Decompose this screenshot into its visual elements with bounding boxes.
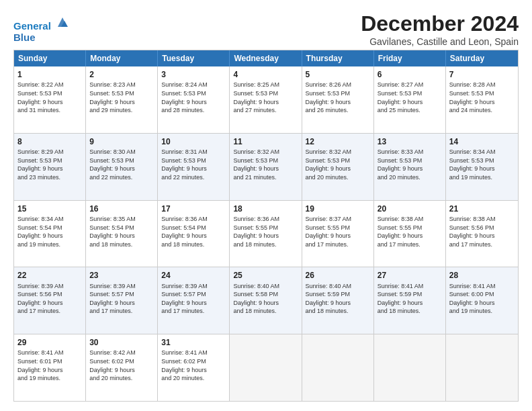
day-number: 15	[17, 203, 82, 214]
day-number: 21	[449, 203, 515, 214]
calendar-day-30: 30Sunrise: 8:42 AM Sunset: 6:02 PM Dayli…	[86, 334, 158, 401]
calendar-day-13: 13Sunrise: 8:33 AM Sunset: 5:53 PM Dayli…	[374, 134, 446, 200]
day-info: Sunrise: 8:36 AM Sunset: 5:55 PM Dayligh…	[233, 215, 298, 248]
day-number: 19	[306, 203, 370, 214]
calendar-day-12: 12Sunrise: 8:32 AM Sunset: 5:53 PM Dayli…	[302, 134, 374, 200]
day-number: 23	[89, 270, 154, 281]
day-number: 2	[89, 69, 154, 80]
header-day-tuesday: Tuesday	[158, 50, 230, 66]
calendar-week-4: 22Sunrise: 8:39 AM Sunset: 5:56 PM Dayli…	[14, 267, 518, 334]
calendar-day-11: 11Sunrise: 8:32 AM Sunset: 5:53 PM Dayli…	[230, 134, 302, 200]
header-day-monday: Monday	[86, 50, 158, 66]
calendar-week-5: 29Sunrise: 8:41 AM Sunset: 6:01 PM Dayli…	[14, 334, 518, 401]
calendar-day-14: 14Sunrise: 8:34 AM Sunset: 5:53 PM Dayli…	[446, 134, 518, 200]
calendar-day-1: 1Sunrise: 8:22 AM Sunset: 5:53 PM Daylig…	[14, 66, 86, 133]
calendar-day-2: 2Sunrise: 8:23 AM Sunset: 5:53 PM Daylig…	[86, 66, 158, 133]
day-info: Sunrise: 8:24 AM Sunset: 5:53 PM Dayligh…	[161, 81, 226, 114]
day-number: 1	[17, 69, 82, 80]
calendar-day-9: 9Sunrise: 8:30 AM Sunset: 5:53 PM Daylig…	[86, 134, 158, 200]
day-number: 13	[378, 136, 442, 147]
calendar-day-10: 10Sunrise: 8:31 AM Sunset: 5:53 PM Dayli…	[158, 134, 230, 200]
main-title: December 2024	[361, 12, 519, 36]
calendar-day-24: 24Sunrise: 8:39 AM Sunset: 5:57 PM Dayli…	[158, 267, 230, 334]
day-info: Sunrise: 8:39 AM Sunset: 5:56 PM Dayligh…	[17, 282, 82, 316]
calendar-day-empty	[302, 334, 374, 401]
day-info: Sunrise: 8:27 AM Sunset: 5:53 PM Dayligh…	[378, 81, 442, 114]
day-number: 20	[378, 203, 442, 214]
day-number: 26	[306, 270, 370, 281]
page: General Blue December 2024 Gavilanes, Ca…	[0, 0, 532, 411]
calendar-day-22: 22Sunrise: 8:39 AM Sunset: 5:56 PM Dayli…	[14, 267, 86, 334]
day-info: Sunrise: 8:32 AM Sunset: 5:53 PM Dayligh…	[233, 148, 298, 181]
calendar: SundayMondayTuesdayWednesdayThursdayFrid…	[13, 50, 519, 402]
calendar-day-26: 26Sunrise: 8:40 AM Sunset: 5:59 PM Dayli…	[302, 267, 374, 334]
calendar-day-25: 25Sunrise: 8:40 AM Sunset: 5:58 PM Dayli…	[230, 267, 302, 334]
day-info: Sunrise: 8:25 AM Sunset: 5:53 PM Dayligh…	[233, 81, 298, 114]
day-info: Sunrise: 8:41 AM Sunset: 5:59 PM Dayligh…	[378, 282, 442, 316]
calendar-day-7: 7Sunrise: 8:28 AM Sunset: 5:53 PM Daylig…	[446, 66, 518, 133]
calendar-day-3: 3Sunrise: 8:24 AM Sunset: 5:53 PM Daylig…	[158, 66, 230, 133]
title-block: December 2024 Gavilanes, Castille and Le…	[361, 12, 519, 47]
calendar-day-16: 16Sunrise: 8:35 AM Sunset: 5:54 PM Dayli…	[86, 201, 158, 267]
day-info: Sunrise: 8:30 AM Sunset: 5:53 PM Dayligh…	[89, 148, 154, 181]
calendar-day-5: 5Sunrise: 8:26 AM Sunset: 5:53 PM Daylig…	[302, 66, 374, 133]
day-number: 3	[161, 69, 226, 80]
day-number: 4	[233, 69, 298, 80]
day-number: 28	[449, 270, 515, 281]
day-number: 12	[306, 136, 370, 147]
day-info: Sunrise: 8:40 AM Sunset: 5:59 PM Dayligh…	[306, 282, 370, 316]
day-info: Sunrise: 8:39 AM Sunset: 5:57 PM Dayligh…	[89, 282, 154, 316]
day-info: Sunrise: 8:36 AM Sunset: 5:54 PM Dayligh…	[161, 215, 226, 248]
day-number: 27	[378, 270, 442, 281]
day-info: Sunrise: 8:31 AM Sunset: 5:53 PM Dayligh…	[161, 148, 226, 181]
day-info: Sunrise: 8:23 AM Sunset: 5:53 PM Dayligh…	[89, 81, 154, 114]
calendar-day-31: 31Sunrise: 8:41 AM Sunset: 6:02 PM Dayli…	[158, 334, 230, 401]
day-number: 18	[233, 203, 298, 214]
day-info: Sunrise: 8:34 AM Sunset: 5:53 PM Dayligh…	[449, 148, 515, 181]
day-number: 5	[306, 69, 370, 80]
day-number: 31	[161, 337, 226, 348]
day-info: Sunrise: 8:38 AM Sunset: 5:55 PM Dayligh…	[378, 215, 442, 248]
day-info: Sunrise: 8:38 AM Sunset: 5:56 PM Dayligh…	[449, 215, 515, 248]
logo-icon	[55, 15, 70, 30]
day-number: 7	[449, 69, 515, 80]
day-info: Sunrise: 8:42 AM Sunset: 6:02 PM Dayligh…	[89, 349, 154, 382]
calendar-day-6: 6Sunrise: 8:27 AM Sunset: 5:53 PM Daylig…	[374, 66, 446, 133]
header-day-saturday: Saturday	[446, 50, 518, 66]
day-number: 6	[378, 69, 442, 80]
calendar-day-empty	[374, 334, 446, 401]
day-number: 11	[233, 136, 298, 147]
logo-text: General	[13, 15, 70, 32]
subtitle: Gavilanes, Castille and Leon, Spain	[361, 36, 519, 47]
day-info: Sunrise: 8:39 AM Sunset: 5:57 PM Dayligh…	[161, 282, 226, 316]
calendar-day-4: 4Sunrise: 8:25 AM Sunset: 5:53 PM Daylig…	[230, 66, 302, 133]
day-info: Sunrise: 8:33 AM Sunset: 5:53 PM Dayligh…	[378, 148, 442, 181]
day-info: Sunrise: 8:40 AM Sunset: 5:58 PM Dayligh…	[233, 282, 298, 316]
header: General Blue December 2024 Gavilanes, Ca…	[13, 12, 519, 47]
day-number: 16	[89, 203, 154, 214]
calendar-day-empty	[446, 334, 518, 401]
day-number: 22	[17, 270, 82, 281]
day-number: 9	[89, 136, 154, 147]
day-number: 24	[161, 270, 226, 281]
calendar-body: 1Sunrise: 8:22 AM Sunset: 5:53 PM Daylig…	[14, 66, 518, 401]
calendar-day-27: 27Sunrise: 8:41 AM Sunset: 5:59 PM Dayli…	[374, 267, 446, 334]
calendar-week-2: 8Sunrise: 8:29 AM Sunset: 5:53 PM Daylig…	[14, 134, 518, 201]
calendar-week-3: 15Sunrise: 8:34 AM Sunset: 5:54 PM Dayli…	[14, 201, 518, 268]
calendar-day-29: 29Sunrise: 8:41 AM Sunset: 6:01 PM Dayli…	[14, 334, 86, 401]
calendar-day-19: 19Sunrise: 8:37 AM Sunset: 5:55 PM Dayli…	[302, 201, 374, 267]
day-number: 17	[161, 203, 226, 214]
day-number: 14	[449, 136, 515, 147]
day-info: Sunrise: 8:28 AM Sunset: 5:53 PM Dayligh…	[449, 81, 515, 114]
calendar-day-18: 18Sunrise: 8:36 AM Sunset: 5:55 PM Dayli…	[230, 201, 302, 267]
day-info: Sunrise: 8:22 AM Sunset: 5:53 PM Dayligh…	[17, 81, 82, 114]
header-day-friday: Friday	[374, 50, 446, 66]
calendar-week-1: 1Sunrise: 8:22 AM Sunset: 5:53 PM Daylig…	[14, 66, 518, 134]
day-info: Sunrise: 8:32 AM Sunset: 5:53 PM Dayligh…	[306, 148, 370, 181]
day-info: Sunrise: 8:37 AM Sunset: 5:55 PM Dayligh…	[306, 215, 370, 248]
day-info: Sunrise: 8:41 AM Sunset: 6:01 PM Dayligh…	[17, 349, 82, 382]
day-number: 25	[233, 270, 298, 281]
calendar-day-23: 23Sunrise: 8:39 AM Sunset: 5:57 PM Dayli…	[86, 267, 158, 334]
header-day-wednesday: Wednesday	[230, 50, 302, 66]
calendar-header: SundayMondayTuesdayWednesdayThursdayFrid…	[14, 50, 518, 66]
